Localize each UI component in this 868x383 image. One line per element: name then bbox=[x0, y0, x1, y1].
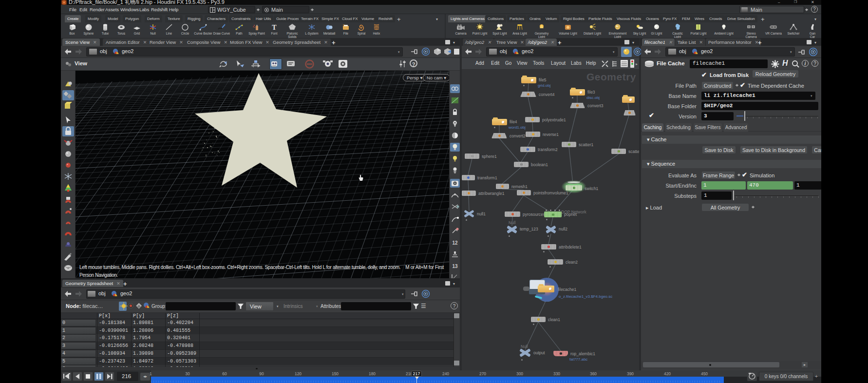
svg-text:13: 13 bbox=[452, 264, 458, 269]
svg-text:12: 12 bbox=[452, 240, 458, 246]
svg-text:T: T bbox=[272, 24, 277, 31]
